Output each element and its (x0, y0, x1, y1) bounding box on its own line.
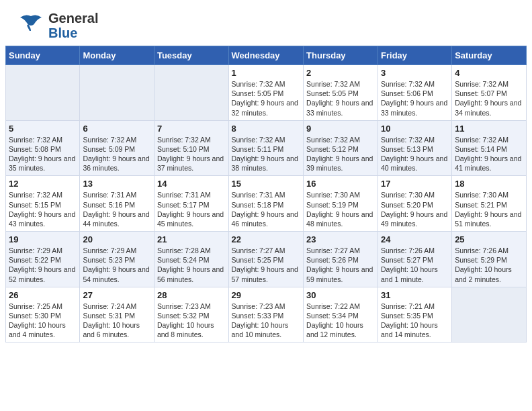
logo: General Blue (16, 11, 98, 40)
day-cell: 18Sunrise: 7:30 AM Sunset: 5:21 PM Dayli… (452, 176, 527, 232)
day-cell: 4Sunrise: 7:32 AM Sunset: 5:07 PM Daylig… (452, 65, 527, 121)
day-number: 7 (157, 124, 226, 134)
day-cell: 29Sunrise: 7:23 AM Sunset: 5:33 PM Dayli… (228, 287, 304, 342)
weekday-header-sunday: Sunday (6, 46, 80, 65)
day-info: Sunrise: 7:30 AM Sunset: 5:21 PM Dayligh… (455, 190, 523, 228)
day-info: Sunrise: 7:32 AM Sunset: 5:06 PM Dayligh… (381, 79, 449, 118)
day-cell (80, 65, 154, 121)
logo-text-block: General Blue (48, 11, 98, 40)
day-cell: 16Sunrise: 7:30 AM Sunset: 5:19 PM Dayli… (304, 176, 378, 232)
day-number: 18 (455, 179, 523, 189)
day-cell (154, 65, 228, 121)
day-number: 23 (306, 234, 375, 244)
day-info: Sunrise: 7:32 AM Sunset: 5:09 PM Dayligh… (83, 135, 151, 173)
day-info: Sunrise: 7:28 AM Sunset: 5:24 PM Dayligh… (157, 246, 226, 284)
day-number: 17 (381, 179, 449, 189)
day-number: 31 (381, 290, 449, 300)
day-cell: 7Sunrise: 7:32 AM Sunset: 5:10 PM Daylig… (154, 120, 228, 176)
day-cell: 31Sunrise: 7:21 AM Sunset: 5:35 PM Dayli… (378, 287, 452, 342)
day-cell: 26Sunrise: 7:25 AM Sunset: 5:30 PM Dayli… (6, 287, 80, 342)
day-number: 1 (232, 68, 301, 78)
logo-icon (16, 11, 46, 40)
day-info: Sunrise: 7:29 AM Sunset: 5:23 PM Dayligh… (83, 246, 151, 284)
logo-general: General (48, 11, 98, 26)
day-number: 14 (157, 179, 226, 189)
day-info: Sunrise: 7:23 AM Sunset: 5:32 PM Dayligh… (157, 302, 226, 340)
day-info: Sunrise: 7:32 AM Sunset: 5:14 PM Dayligh… (455, 135, 523, 173)
day-cell: 21Sunrise: 7:28 AM Sunset: 5:24 PM Dayli… (154, 232, 228, 287)
day-info: Sunrise: 7:21 AM Sunset: 5:35 PM Dayligh… (381, 302, 449, 340)
day-number: 19 (9, 234, 77, 244)
weekday-header-friday: Friday (378, 46, 452, 65)
day-number: 25 (455, 234, 523, 244)
day-number: 3 (381, 68, 449, 78)
day-number: 16 (306, 179, 375, 189)
day-cell: 17Sunrise: 7:30 AM Sunset: 5:20 PM Dayli… (378, 176, 452, 232)
day-number: 2 (306, 68, 375, 78)
day-info: Sunrise: 7:32 AM Sunset: 5:13 PM Dayligh… (381, 135, 449, 173)
day-info: Sunrise: 7:23 AM Sunset: 5:33 PM Dayligh… (232, 302, 301, 340)
weekday-header-saturday: Saturday (452, 46, 527, 65)
day-number: 22 (232, 234, 301, 244)
day-number: 27 (83, 290, 151, 300)
weekday-header-monday: Monday (80, 46, 154, 65)
day-number: 24 (381, 234, 449, 244)
day-info: Sunrise: 7:32 AM Sunset: 5:07 PM Dayligh… (455, 79, 523, 118)
weekday-header-thursday: Thursday (304, 46, 378, 65)
day-info: Sunrise: 7:29 AM Sunset: 5:22 PM Dayligh… (9, 246, 77, 284)
day-number: 4 (455, 68, 523, 78)
day-info: Sunrise: 7:32 AM Sunset: 5:15 PM Dayligh… (9, 190, 77, 228)
day-cell: 9Sunrise: 7:32 AM Sunset: 5:12 PM Daylig… (304, 120, 378, 176)
day-cell: 10Sunrise: 7:32 AM Sunset: 5:13 PM Dayli… (378, 120, 452, 176)
day-number: 29 (232, 290, 301, 300)
day-number: 26 (9, 290, 77, 300)
day-info: Sunrise: 7:32 AM Sunset: 5:10 PM Dayligh… (157, 135, 226, 173)
day-cell: 11Sunrise: 7:32 AM Sunset: 5:14 PM Dayli… (452, 120, 527, 176)
day-number: 20 (83, 234, 151, 244)
day-info: Sunrise: 7:32 AM Sunset: 5:05 PM Dayligh… (232, 79, 301, 118)
day-number: 28 (157, 290, 226, 300)
day-cell: 1Sunrise: 7:32 AM Sunset: 5:05 PM Daylig… (228, 65, 304, 121)
day-number: 8 (232, 124, 301, 134)
day-cell: 22Sunrise: 7:27 AM Sunset: 5:25 PM Dayli… (228, 232, 304, 287)
day-info: Sunrise: 7:26 AM Sunset: 5:29 PM Dayligh… (455, 246, 523, 284)
day-number: 13 (83, 179, 151, 189)
day-info: Sunrise: 7:32 AM Sunset: 5:05 PM Dayligh… (306, 79, 375, 118)
day-cell: 19Sunrise: 7:29 AM Sunset: 5:22 PM Dayli… (6, 232, 80, 287)
week-row-3: 12Sunrise: 7:32 AM Sunset: 5:15 PM Dayli… (6, 176, 527, 232)
weekday-header-wednesday: Wednesday (228, 46, 304, 65)
day-cell: 23Sunrise: 7:27 AM Sunset: 5:26 PM Dayli… (304, 232, 378, 287)
day-number: 5 (9, 124, 77, 134)
day-cell: 27Sunrise: 7:24 AM Sunset: 5:31 PM Dayli… (80, 287, 154, 342)
week-row-5: 26Sunrise: 7:25 AM Sunset: 5:30 PM Dayli… (6, 287, 527, 342)
day-cell: 15Sunrise: 7:31 AM Sunset: 5:18 PM Dayli… (228, 176, 304, 232)
day-info: Sunrise: 7:27 AM Sunset: 5:26 PM Dayligh… (306, 246, 375, 284)
day-info: Sunrise: 7:32 AM Sunset: 5:12 PM Dayligh… (306, 135, 375, 173)
day-number: 9 (306, 124, 375, 134)
day-cell (452, 287, 527, 342)
day-info: Sunrise: 7:22 AM Sunset: 5:34 PM Dayligh… (306, 302, 375, 340)
day-cell: 24Sunrise: 7:26 AM Sunset: 5:27 PM Dayli… (378, 232, 452, 287)
day-cell: 14Sunrise: 7:31 AM Sunset: 5:17 PM Dayli… (154, 176, 228, 232)
day-cell: 5Sunrise: 7:32 AM Sunset: 5:08 PM Daylig… (6, 120, 80, 176)
day-number: 11 (455, 124, 523, 134)
week-row-2: 5Sunrise: 7:32 AM Sunset: 5:08 PM Daylig… (6, 120, 527, 176)
day-cell: 30Sunrise: 7:22 AM Sunset: 5:34 PM Dayli… (304, 287, 378, 342)
day-number: 30 (306, 290, 375, 300)
day-info: Sunrise: 7:30 AM Sunset: 5:20 PM Dayligh… (381, 190, 449, 228)
day-info: Sunrise: 7:32 AM Sunset: 5:11 PM Dayligh… (232, 135, 301, 173)
page-header: General Blue (0, 0, 532, 46)
day-cell: 2Sunrise: 7:32 AM Sunset: 5:05 PM Daylig… (304, 65, 378, 121)
day-number: 12 (9, 179, 77, 189)
calendar-table: SundayMondayTuesdayWednesdayThursdayFrid… (5, 46, 527, 342)
day-info: Sunrise: 7:25 AM Sunset: 5:30 PM Dayligh… (9, 302, 77, 340)
logo-blue: Blue (48, 26, 98, 40)
day-info: Sunrise: 7:26 AM Sunset: 5:27 PM Dayligh… (381, 246, 449, 284)
day-number: 6 (83, 124, 151, 134)
day-info: Sunrise: 7:32 AM Sunset: 5:08 PM Dayligh… (9, 135, 77, 173)
day-info: Sunrise: 7:31 AM Sunset: 5:18 PM Dayligh… (232, 190, 301, 228)
weekday-header-row: SundayMondayTuesdayWednesdayThursdayFrid… (6, 46, 527, 65)
day-number: 10 (381, 124, 449, 134)
day-number: 15 (232, 179, 301, 189)
day-cell (6, 65, 80, 121)
